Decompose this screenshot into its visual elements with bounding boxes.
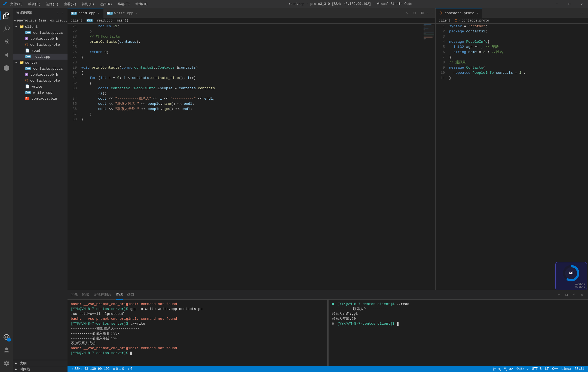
tree-file-read-cpp[interactable]: C++ read.cpp: [13, 54, 68, 60]
activity-account[interactable]: [0, 344, 13, 357]
tab-read-cpp[interactable]: C++ read.cpp ✕: [68, 8, 103, 18]
tree-file-contacts-pb-cc-client[interactable]: C++ contacts.pb.cc: [13, 30, 68, 36]
menu-help[interactable]: 帮助(H): [133, 0, 151, 8]
sidebar-outline[interactable]: ▶ 大纲: [13, 360, 68, 366]
status-time[interactable]: 23:31: [573, 366, 586, 372]
breadcrumb-contacts-proto[interactable]: contacts.proto: [462, 19, 489, 23]
status-encoding[interactable]: UTF-8: [530, 366, 543, 372]
activity-search[interactable]: [0, 22, 13, 35]
tree-file-contacts-pb-h-server[interactable]: H contacts.pb.h: [13, 72, 68, 78]
terminal-tab-terminal[interactable]: 终端: [116, 290, 123, 300]
tree-label-write-cpp: write.cpp: [33, 91, 52, 95]
proto-line-6: string name = 2 ; //姓名: [449, 50, 584, 55]
proto-line-11: }: [449, 75, 584, 81]
status-spaces[interactable]: 空格: 2: [514, 366, 530, 372]
tree-arrow-client: ▼: [15, 25, 19, 28]
minimize-button[interactable]: ─: [550, 0, 563, 8]
tree-file-write-cpp[interactable]: C++ write.cpp: [13, 90, 68, 96]
run-button[interactable]: ▷: [404, 10, 410, 16]
tree-folder-client[interactable]: ▼ 📁 client: [13, 24, 68, 30]
status-bar-right: 行 9, 列 32 空格: 2 UTF-8 LF C++ Linux: [491, 366, 586, 372]
close-button[interactable]: ✕: [575, 0, 588, 8]
status-ssh[interactable]: ⚡ SSH: 43.139.99.192: [70, 366, 111, 372]
terminal-tab-problems[interactable]: 问题: [71, 290, 78, 300]
code-line-25: [81, 44, 419, 50]
menu-selection[interactable]: 选择(S): [43, 0, 61, 8]
status-language[interactable]: C++: [550, 366, 560, 372]
plain-icon-read: 📄: [25, 48, 29, 53]
menu-run[interactable]: 运行(R): [97, 0, 115, 8]
breadcrumb-client-right[interactable]: client: [439, 19, 451, 23]
breadcrumb-sep-2: ›: [94, 19, 96, 23]
tree-file-read[interactable]: 📄 read: [13, 48, 68, 54]
status-os[interactable]: Linux: [560, 366, 573, 372]
activity-source-control[interactable]: [0, 35, 13, 48]
close-terminal-button[interactable]: ✕: [579, 292, 585, 298]
split-terminal-button[interactable]: ⊟: [564, 292, 569, 298]
proto-icon-client: ⬡: [25, 42, 28, 47]
tree-file-contacts-pb-cc-server[interactable]: C++ contacts.pb.cc: [13, 66, 68, 72]
code-line-30: {: [81, 70, 419, 75]
breadcrumb-filename[interactable]: read.cpp: [97, 19, 113, 23]
left-editor-panel: C++ read.cpp ✕ C++ write.cpp ✕ ▷ ⚙ ⧉ ···: [68, 8, 436, 290]
tab-contacts-proto[interactable]: ⬡ contacts.proto ✕: [436, 8, 482, 18]
terminal-tab-debug[interactable]: 调试控制台: [94, 290, 111, 300]
window-controls: ─ □ ✕: [550, 0, 588, 8]
tree-file-contacts-proto-client[interactable]: ⬡ contacts.proto: [13, 42, 68, 48]
menu-terminal[interactable]: 终端(T): [115, 0, 133, 8]
maximize-terminal-button[interactable]: ⌃: [571, 292, 577, 298]
left-code-area[interactable]: 21 22 23 24 25 26 27 28 29 30 31 32 33: [68, 24, 435, 290]
menu-goto[interactable]: 转到(G): [79, 0, 97, 8]
tab-close-write-cpp[interactable]: ✕: [135, 11, 138, 16]
right-scrollbar[interactable]: [584, 24, 588, 290]
title-bar-left: [0, 1, 8, 7]
more-actions-button[interactable]: ···: [427, 10, 433, 16]
breadcrumb-client[interactable]: client: [71, 19, 82, 23]
tree-file-contacts-bin[interactable]: 01 contacts.bin: [13, 96, 68, 102]
status-errors[interactable]: ⊘ 0 ⚠ 0: [111, 366, 126, 372]
breadcrumb-function[interactable]: main(): [117, 19, 128, 23]
sidebar-timeline[interactable]: ▶ 时间线: [13, 366, 68, 372]
h-icon: H: [25, 37, 28, 40]
left-code-content[interactable]: return -1; } // 打印contacts printContacts…: [79, 24, 423, 290]
split-editor-button[interactable]: ⧉: [419, 10, 425, 16]
maximize-button[interactable]: □: [563, 0, 575, 8]
activity-settings[interactable]: [0, 357, 13, 370]
tree-root[interactable]: ▼ PROTO3_3.0 [SSH: 43.139...: [13, 18, 68, 24]
activity-run[interactable]: [0, 48, 13, 62]
term-right-line-5: [YYK@VM-8-7-centos client]$: [332, 321, 585, 326]
tree-file-contacts-proto-server[interactable]: ⬡ contacts.proto: [13, 78, 68, 84]
tab-close-contacts-proto[interactable]: ✕: [476, 11, 479, 16]
right-more-button[interactable]: ···: [579, 10, 586, 16]
right-code-area[interactable]: 1 2 3 4 5 6 7 8 9 10 11 syntax = "proto3…: [436, 24, 588, 290]
tab-write-cpp[interactable]: C++ write.cpp ✕: [103, 8, 141, 18]
new-terminal-button[interactable]: ＋: [556, 292, 562, 298]
activity-extensions[interactable]: [0, 62, 13, 75]
remote-icon: ⚡: [71, 367, 73, 371]
terminal-tab-ports[interactable]: 端口: [127, 290, 134, 300]
tree-file-contacts-pb-h-client[interactable]: H contacts.pb.h: [13, 36, 68, 42]
sync-icon: ↕: [127, 367, 129, 371]
status-eol[interactable]: LF: [543, 366, 550, 372]
terminal-tab-output[interactable]: 输出: [82, 290, 89, 300]
tree-file-write[interactable]: 📄 write: [13, 84, 68, 90]
terminal-panel-right[interactable]: [YYK@VM-8-7-centos client]$ ./read -----…: [329, 300, 588, 366]
status-position[interactable]: 行 9, 列 32: [491, 366, 514, 372]
right-code-content[interactable]: syntax = "proto3"; package contacts2; me…: [447, 24, 588, 290]
activity-bar-bottom: 1: [0, 331, 13, 372]
activity-explorer[interactable]: [0, 9, 13, 22]
menu-edit[interactable]: 编辑(E): [26, 0, 44, 8]
status-ssh-label: SSH: 43.139.99.192: [74, 367, 110, 371]
code-line-28: [81, 60, 419, 65]
breadcrumb-cpp-icon[interactable]: C++: [87, 19, 93, 22]
menu-view[interactable]: 查看(V): [61, 0, 79, 8]
menu-file[interactable]: 文件(F): [8, 0, 26, 8]
activity-remote[interactable]: 1: [0, 331, 13, 344]
terminal-panel-left[interactable]: bash: __vsc_prompt_cmd_original: command…: [68, 300, 327, 366]
tab-close-read-cpp[interactable]: ✕: [97, 11, 100, 16]
status-sync[interactable]: ↕ 0: [126, 366, 134, 372]
new-file-icon[interactable]: ···: [56, 10, 64, 16]
settings-button[interactable]: ⚙: [411, 10, 418, 16]
tree-folder-server[interactable]: ▼ 📁 server: [13, 60, 68, 66]
tree-label-contacts-pb-cc-client: contacts.pb.cc: [33, 31, 63, 35]
